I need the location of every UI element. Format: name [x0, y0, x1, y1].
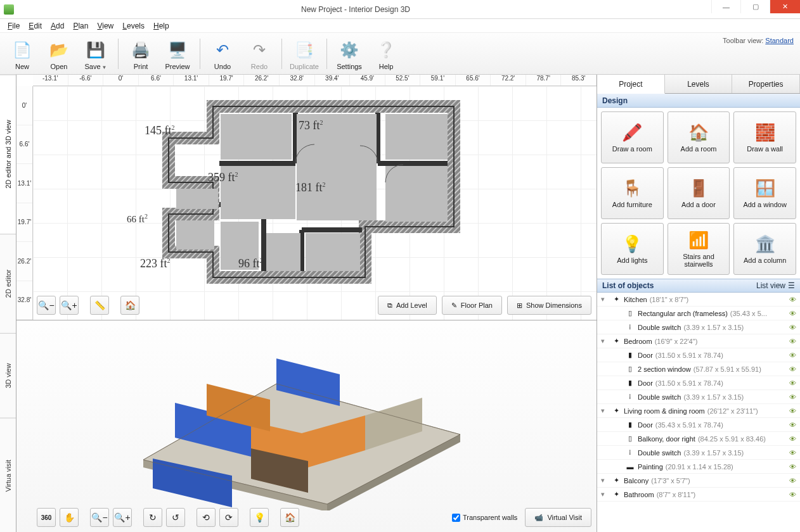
menu-plan[interactable]: Plan: [69, 20, 92, 32]
object-type-icon: ⁞: [625, 393, 635, 401]
add-furniture-button[interactable]: 🪑Add furniture: [601, 167, 664, 219]
list-view-toggle[interactable]: List view ☰: [756, 281, 795, 290]
menu-add[interactable]: Add: [47, 20, 68, 32]
add-column-button[interactable]: 🏛️Add a column: [733, 223, 796, 275]
zoom-in-button[interactable]: 🔍+: [60, 296, 79, 315]
window-minimize-button[interactable]: —: [711, 0, 740, 13]
zoom-out-3d-button[interactable]: 🔍−: [90, 508, 109, 527]
visibility-eye-icon[interactable]: 👁: [789, 421, 796, 429]
menu-file[interactable]: File: [4, 20, 23, 32]
zoom-out-button[interactable]: 🔍−: [37, 296, 56, 315]
tab-3d-view[interactable]: 3D view: [0, 333, 16, 418]
pane-3d-view[interactable]: 360 ✋ 🔍− 🔍+ ↻ ↺ ⟲ ⟳ 💡 🏠 Transparent: [16, 320, 597, 532]
visibility-eye-icon[interactable]: 👁: [789, 310, 796, 317]
object-item-row[interactable]: ▬Painting (20.91 x 1.14 x 15.28)👁: [597, 460, 800, 474]
object-group-row[interactable]: ▾✦Living room & dining room (26'12" x 23…: [597, 404, 800, 418]
draw-room-button[interactable]: 🖍️Draw a room: [601, 111, 664, 163]
save-dropdown-icon[interactable]: ▼: [102, 65, 107, 70]
object-group-row[interactable]: ▾✦Bathroom (8'7" x 8'11")👁: [597, 488, 800, 502]
help-button[interactable]: ❔Help: [368, 35, 404, 73]
visibility-eye-icon[interactable]: 👁: [789, 449, 796, 457]
rotate-cw-button[interactable]: ↻: [143, 508, 162, 527]
zoom-in-3d-button[interactable]: 🔍+: [113, 508, 132, 527]
visibility-eye-icon[interactable]: 👁: [789, 352, 796, 359]
tilt-left-button[interactable]: ⟲: [197, 508, 216, 527]
floorplan-drawing[interactable]: 145 ft2 73 ft2 359 ft2 181 ft2 66 ft2 22…: [112, 100, 467, 305]
expand-icon[interactable]: ▾: [601, 407, 609, 415]
virtual-visit-button[interactable]: 📹 Virtual Visit: [525, 508, 591, 527]
add-room-button[interactable]: 🏠Add a room: [668, 111, 730, 163]
home-2d-button[interactable]: 🏠: [120, 296, 139, 315]
home-3d-button[interactable]: 🏠: [280, 508, 299, 527]
object-item-row[interactable]: ⁞Double switch (3.39 x 1.57 x 3.15)👁: [597, 446, 800, 460]
window-close-button[interactable]: ✕: [770, 0, 800, 13]
object-item-row[interactable]: ⁞Double switch (3.39 x 1.57 x 3.15)👁: [597, 320, 800, 334]
settings-button[interactable]: ⚙️Settings: [331, 35, 368, 73]
preview-button[interactable]: 🖥️Preview: [159, 35, 196, 73]
tab-2d-editor[interactable]: 2D editor: [0, 234, 16, 333]
pane-2d-editor[interactable]: -13.1'-6.6'0'6.6'13.1'19.7'26.2'32.8'39.…: [16, 75, 597, 320]
visibility-eye-icon[interactable]: 👁: [789, 491, 796, 498]
add-level-button[interactable]: ⧉Add Level: [378, 296, 437, 315]
object-item-row[interactable]: ⁞Double switch (3.39 x 1.57 x 3.15)👁: [597, 390, 800, 404]
open-button[interactable]: 📂Open: [41, 35, 77, 73]
tab-virtual-visit[interactable]: Virtua visit: [0, 418, 16, 533]
menu-view[interactable]: View: [93, 20, 117, 32]
floor-plan-button[interactable]: ✎Floor Plan: [442, 296, 502, 315]
visibility-eye-icon[interactable]: 👁: [789, 477, 796, 484]
tab-project[interactable]: Project: [597, 75, 665, 94]
add-lights-button[interactable]: 💡Add lights: [601, 223, 664, 275]
add-window-button[interactable]: 🪟Add a window: [733, 167, 796, 219]
visibility-eye-icon[interactable]: 👁: [789, 365, 796, 373]
object-item-row[interactable]: ▯2 section window (57.87 x 5.91 x 55.91)…: [597, 362, 800, 376]
object-item-row[interactable]: ▯Rectangular arch (frameless) (35.43 x 5…: [597, 307, 800, 320]
render-3d-view[interactable]: [93, 327, 498, 512]
rotate-ccw-button[interactable]: ↺: [166, 508, 185, 527]
toolbar-view-link[interactable]: Standard: [765, 37, 794, 44]
tab-levels[interactable]: Levels: [665, 75, 733, 93]
visibility-eye-icon[interactable]: 👁: [789, 324, 796, 331]
pan-button[interactable]: ✋: [60, 508, 79, 527]
transparent-walls-input[interactable]: [452, 514, 460, 522]
visibility-eye-icon[interactable]: 👁: [789, 379, 796, 387]
object-item-row[interactable]: ▮Door (31.50 x 5.91 x 78.74)👁: [597, 376, 800, 390]
undo-button[interactable]: ↶Undo: [204, 35, 241, 73]
new-button[interactable]: 📄New: [4, 35, 41, 73]
stairs-button[interactable]: 📶Stairs and stairwells: [668, 223, 730, 275]
redo-button[interactable]: ↷Redo: [241, 35, 278, 73]
lighting-button[interactable]: 💡: [250, 508, 269, 527]
object-item-row[interactable]: ▮Door (35.43 x 5.91 x 78.74)👁: [597, 418, 800, 432]
object-group-row[interactable]: ▾✦Kitchen (18'1" x 8'7")👁: [597, 293, 800, 307]
menu-levels[interactable]: Levels: [119, 20, 148, 32]
expand-icon[interactable]: ▾: [601, 337, 609, 345]
expand-icon[interactable]: ▾: [601, 476, 609, 484]
visibility-eye-icon[interactable]: 👁: [789, 296, 796, 303]
window-maximize-button[interactable]: ▢: [740, 0, 770, 13]
save-button[interactable]: 💾Save▼: [77, 35, 114, 73]
object-group-row[interactable]: ▾✦Balcony (17'3" x 5'7")👁: [597, 474, 800, 488]
menu-help[interactable]: Help: [150, 20, 173, 32]
tab-2d-3d-combo[interactable]: 2D editor and 3D view: [0, 75, 16, 234]
visibility-eye-icon[interactable]: 👁: [789, 338, 796, 345]
objects-list[interactable]: ▾✦Kitchen (18'1" x 8'7")👁▯Rectangular ar…: [597, 293, 800, 532]
object-item-row[interactable]: ▮Door (31.50 x 5.91 x 78.74)👁: [597, 348, 800, 362]
duplicate-button[interactable]: 📑Duplicate: [286, 35, 323, 73]
visibility-eye-icon[interactable]: 👁: [789, 463, 796, 471]
object-group-row[interactable]: ▾✦Bedroom (16'9" x 22'4")👁: [597, 334, 800, 348]
draw-wall-button[interactable]: 🧱Draw a wall: [733, 111, 796, 163]
visibility-eye-icon[interactable]: 👁: [789, 393, 796, 401]
visibility-eye-icon[interactable]: 👁: [789, 435, 796, 443]
tab-properties[interactable]: Properties: [732, 75, 800, 93]
visibility-eye-icon[interactable]: 👁: [789, 407, 796, 415]
object-item-row[interactable]: ▯Balkony, door right (84.25 x 5.91 x 83.…: [597, 432, 800, 446]
add-door-button[interactable]: 🚪Add a door: [668, 167, 730, 219]
expand-icon[interactable]: ▾: [601, 295, 609, 303]
tilt-right-button[interactable]: ⟳: [219, 508, 238, 527]
print-button[interactable]: 🖨️Print: [122, 35, 159, 73]
expand-icon[interactable]: ▾: [601, 490, 609, 498]
measure-button[interactable]: 📏: [90, 296, 109, 315]
transparent-walls-checkbox[interactable]: Transparent walls: [452, 514, 517, 522]
menu-edit[interactable]: Edit: [25, 20, 46, 32]
rotate-360-button[interactable]: 360: [37, 508, 56, 527]
show-dimensions-button[interactable]: ⊞Show Dimensions: [507, 296, 591, 315]
